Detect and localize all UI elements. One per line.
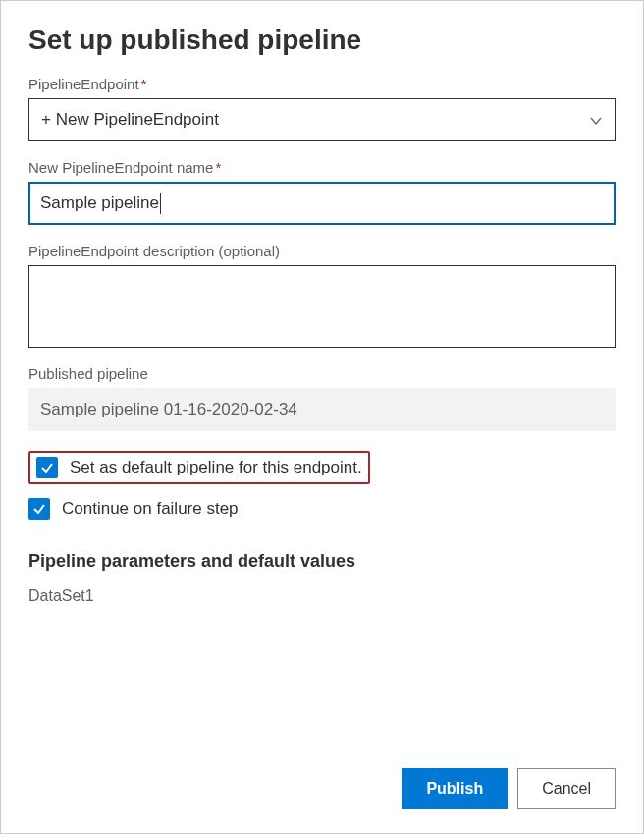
required-asterisk: * [141,76,147,92]
parameter-item: DataSet1 [28,587,616,605]
chevron-down-icon [589,113,603,127]
name-input[interactable]: Sample pipeline [28,182,616,225]
set-default-checkbox-row[interactable]: Set as default pipeline for this endpoin… [28,451,370,484]
endpoint-select[interactable]: + New PipelineEndpoint [28,98,616,141]
published-pipeline-value: Sample pipeline 01-16-2020-02-34 [28,388,616,431]
required-asterisk: * [215,159,221,176]
checkmark-icon [32,502,46,516]
set-default-label: Set as default pipeline for this endpoin… [70,458,362,477]
endpoint-label-text: PipelineEndpoint [28,76,139,92]
published-label: Published pipeline [28,365,616,382]
endpoint-select-value: + New PipelineEndpoint [41,110,219,130]
continue-failure-label: Continue on failure step [62,499,239,519]
name-label: New PipelineEndpoint name* [28,159,616,176]
continue-failure-checkbox-row[interactable]: Continue on failure step [28,498,616,520]
cancel-button[interactable]: Cancel [517,768,616,809]
dialog-title: Set up published pipeline [28,25,616,56]
publish-pipeline-dialog: Set up published pipeline PipelineEndpoi… [0,0,644,834]
publish-button[interactable]: Publish [402,768,508,809]
endpoint-label: PipelineEndpoint* [28,76,616,92]
name-input-value: Sample pipeline [40,194,159,213]
text-caret [160,193,161,214]
continue-failure-checkbox[interactable] [28,498,50,520]
description-textarea[interactable] [28,265,616,348]
name-label-text: New PipelineEndpoint name [28,159,213,176]
set-default-checkbox[interactable] [36,457,58,478]
checkmark-icon [40,461,54,474]
parameters-heading: Pipeline parameters and default values [28,551,616,572]
description-label: PipelineEndpoint description (optional) [28,243,616,259]
dialog-footer: Publish Cancel [402,768,616,809]
